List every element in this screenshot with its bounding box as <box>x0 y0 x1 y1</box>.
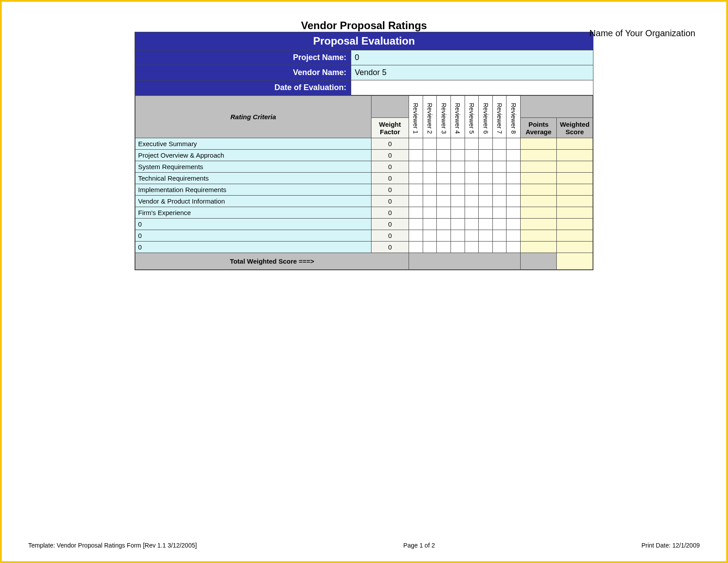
reviewer-cell[interactable] <box>450 173 465 184</box>
reviewer-cell[interactable] <box>492 207 507 219</box>
reviewer-cell[interactable] <box>437 161 451 173</box>
reviewer-cell[interactable] <box>465 207 479 219</box>
weight-cell[interactable]: 0 <box>371 161 409 173</box>
criteria-cell[interactable]: 0 <box>135 219 372 230</box>
reviewer-cell[interactable] <box>492 219 507 230</box>
reviewer-cell[interactable] <box>465 150 479 161</box>
reviewer-cell[interactable] <box>492 184 507 196</box>
reviewer-cell[interactable] <box>507 230 521 242</box>
criteria-cell[interactable]: Technical Requirements <box>135 173 372 184</box>
reviewer-cell[interactable] <box>507 150 521 161</box>
weight-cell[interactable]: 0 <box>371 138 409 150</box>
criteria-cell[interactable]: 0 <box>135 230 372 242</box>
weight-cell[interactable]: 0 <box>371 242 409 253</box>
reviewer-cell[interactable] <box>450 242 465 253</box>
reviewer-cell[interactable] <box>492 161 507 173</box>
reviewer-cell[interactable] <box>479 173 493 184</box>
reviewer-cell[interactable] <box>507 184 521 196</box>
criteria-cell[interactable]: Executive Summary <box>135 138 372 150</box>
reviewer-cell[interactable] <box>479 242 493 253</box>
reviewer-cell[interactable] <box>492 242 507 253</box>
reviewer-cell[interactable] <box>437 242 451 253</box>
reviewer-cell[interactable] <box>479 219 493 230</box>
reviewer-cell[interactable] <box>409 242 423 253</box>
reviewer-cell[interactable] <box>479 184 493 196</box>
reviewer-cell[interactable] <box>437 207 451 219</box>
reviewer-cell[interactable] <box>437 219 451 230</box>
vendor-name-value[interactable]: Vendor 5 <box>351 65 593 80</box>
reviewer-cell[interactable] <box>507 242 521 253</box>
reviewer-cell[interactable] <box>450 219 465 230</box>
weight-cell[interactable]: 0 <box>371 150 409 161</box>
reviewer-cell[interactable] <box>492 150 507 161</box>
reviewer-cell[interactable] <box>423 138 437 150</box>
reviewer-cell[interactable] <box>409 219 423 230</box>
reviewer-cell[interactable] <box>465 230 479 242</box>
reviewer-cell[interactable] <box>479 161 493 173</box>
reviewer-cell[interactable] <box>423 173 437 184</box>
reviewer-cell[interactable] <box>409 138 423 150</box>
reviewer-cell[interactable] <box>479 207 493 219</box>
criteria-cell[interactable]: System Requirements <box>135 161 372 173</box>
reviewer-cell[interactable] <box>409 230 423 242</box>
reviewer-cell[interactable] <box>479 150 493 161</box>
criteria-cell[interactable]: 0 <box>135 242 372 253</box>
reviewer-cell[interactable] <box>409 184 423 196</box>
reviewer-cell[interactable] <box>437 150 451 161</box>
reviewer-cell[interactable] <box>492 173 507 184</box>
reviewer-cell[interactable] <box>423 230 437 242</box>
criteria-cell[interactable]: Implementation Requirements <box>135 184 372 196</box>
reviewer-cell[interactable] <box>465 196 479 207</box>
criteria-cell[interactable]: Project Overview & Approach <box>135 150 372 161</box>
weight-cell[interactable]: 0 <box>371 196 409 207</box>
weight-cell[interactable]: 0 <box>371 230 409 242</box>
reviewer-cell[interactable] <box>450 150 465 161</box>
criteria-cell[interactable]: Vendor & Product Information <box>135 196 372 207</box>
reviewer-cell[interactable] <box>450 230 465 242</box>
reviewer-cell[interactable] <box>450 138 465 150</box>
reviewer-cell[interactable] <box>507 219 521 230</box>
reviewer-cell[interactable] <box>423 184 437 196</box>
reviewer-cell[interactable] <box>492 196 507 207</box>
reviewer-cell[interactable] <box>465 173 479 184</box>
reviewer-cell[interactable] <box>450 207 465 219</box>
reviewer-cell[interactable] <box>465 219 479 230</box>
reviewer-cell[interactable] <box>507 207 521 219</box>
reviewer-cell[interactable] <box>409 150 423 161</box>
weight-cell[interactable]: 0 <box>371 219 409 230</box>
weight-cell[interactable]: 0 <box>371 184 409 196</box>
reviewer-cell[interactable] <box>423 150 437 161</box>
reviewer-cell[interactable] <box>507 138 521 150</box>
reviewer-cell[interactable] <box>465 161 479 173</box>
reviewer-cell[interactable] <box>465 138 479 150</box>
reviewer-cell[interactable] <box>492 230 507 242</box>
reviewer-cell[interactable] <box>437 230 451 242</box>
reviewer-cell[interactable] <box>437 173 451 184</box>
reviewer-cell[interactable] <box>492 138 507 150</box>
reviewer-cell[interactable] <box>465 184 479 196</box>
reviewer-cell[interactable] <box>423 219 437 230</box>
reviewer-cell[interactable] <box>479 138 493 150</box>
reviewer-cell[interactable] <box>437 138 451 150</box>
reviewer-cell[interactable] <box>507 161 521 173</box>
reviewer-cell[interactable] <box>465 242 479 253</box>
project-name-value[interactable]: 0 <box>351 50 593 65</box>
reviewer-cell[interactable] <box>450 196 465 207</box>
criteria-cell[interactable]: Firm's Experience <box>135 207 372 219</box>
reviewer-cell[interactable] <box>507 196 521 207</box>
reviewer-cell[interactable] <box>423 196 437 207</box>
reviewer-cell[interactable] <box>423 207 437 219</box>
reviewer-cell[interactable] <box>409 196 423 207</box>
reviewer-cell[interactable] <box>450 161 465 173</box>
reviewer-cell[interactable] <box>479 196 493 207</box>
reviewer-cell[interactable] <box>409 207 423 219</box>
reviewer-cell[interactable] <box>423 161 437 173</box>
weight-cell[interactable]: 0 <box>371 173 409 184</box>
reviewer-cell[interactable] <box>409 173 423 184</box>
weight-cell[interactable]: 0 <box>371 207 409 219</box>
date-value[interactable] <box>351 80 593 95</box>
reviewer-cell[interactable] <box>437 196 451 207</box>
reviewer-cell[interactable] <box>437 184 451 196</box>
reviewer-cell[interactable] <box>423 242 437 253</box>
reviewer-cell[interactable] <box>507 173 521 184</box>
